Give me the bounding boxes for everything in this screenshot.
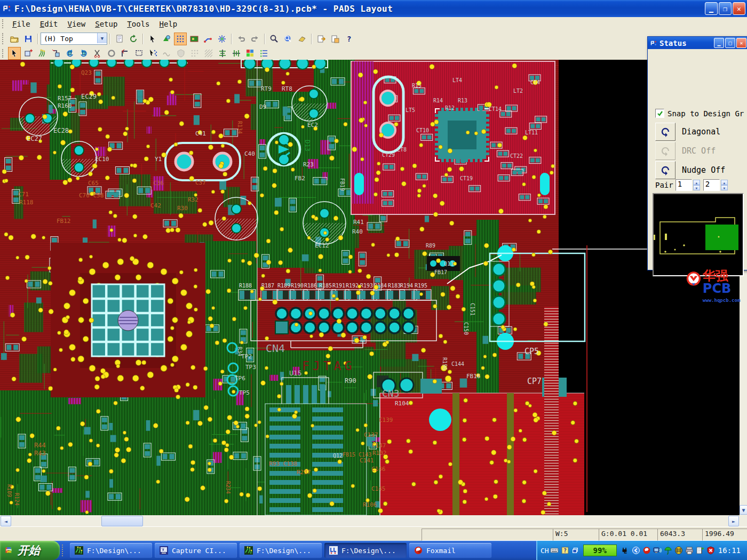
battery-indicator[interactable]: 99%	[583, 545, 617, 556]
svg-text:C65: C65	[88, 180, 99, 187]
svg-text:EC12: EC12	[315, 242, 329, 249]
scroll-right-button[interactable]: ►	[728, 516, 739, 526]
scroll-left-button[interactable]: ◄	[1, 516, 11, 526]
align-v-icon[interactable]	[216, 47, 229, 60]
security-alert-icon[interactable]	[706, 546, 715, 555]
list-view-icon[interactable]	[258, 47, 271, 60]
language-help-icon[interactable]: ?	[561, 546, 569, 555]
cut-traces-icon[interactable]	[91, 47, 104, 60]
svg-text:C147: C147	[372, 442, 386, 449]
menu-file[interactable]: File	[7, 19, 35, 29]
autoroute-icon[interactable]	[216, 33, 228, 45]
umbrella-antivirus-icon[interactable]	[664, 546, 672, 555]
diagonal-toggle-button[interactable]	[655, 123, 676, 141]
rotate-cw-icon[interactable]	[77, 47, 90, 60]
taskbar-item-fdesign[interactable]: F:\Design\...	[324, 543, 407, 558]
svg-text:R124: R124	[14, 493, 20, 506]
status-close-button[interactable]: ✕	[736, 38, 746, 48]
hatch-icon	[202, 47, 215, 60]
status-floating-window[interactable]: Status ▁ □ ✕ Snap to Design Gr Diagonal …	[647, 36, 747, 270]
select-rect-icon[interactable]	[133, 47, 146, 60]
redo-icon[interactable]	[249, 33, 261, 45]
refresh-icon[interactable]	[127, 33, 140, 45]
close-button[interactable]: ✕	[733, 2, 745, 15]
horizontal-scrollbar[interactable]: ◄ ►	[0, 515, 747, 526]
pair1-input[interactable]: 1	[676, 179, 692, 191]
status-maximize-button[interactable]: □	[725, 38, 735, 48]
nudge-toggle-button[interactable]	[655, 161, 676, 179]
menu-help[interactable]: Help	[155, 19, 182, 29]
taskbar-clock[interactable]: 16:11	[718, 546, 741, 555]
minimize-button[interactable]: ▁	[705, 2, 718, 15]
pair2-down-arrow[interactable]: ▼	[721, 185, 728, 190]
menu-tools[interactable]: Tools	[122, 19, 154, 29]
pick-corner-icon[interactable]	[119, 47, 132, 60]
cursor-icon[interactable]	[146, 33, 159, 45]
language-indicator[interactable]: CH	[541, 547, 549, 555]
status-window-titlebar[interactable]: Status ▁ □ ✕	[648, 37, 747, 49]
open-icon[interactable]	[8, 33, 21, 45]
menu-setup[interactable]: Setup	[90, 19, 122, 29]
shapes-icon[interactable]	[160, 33, 173, 45]
svg-text:Q23: Q23	[81, 69, 92, 76]
firewall-shield-icon[interactable]	[674, 546, 683, 555]
pair2-input[interactable]: 2	[703, 179, 720, 191]
printer-icon[interactable]	[685, 546, 694, 555]
foxmail-tray-icon[interactable]	[642, 546, 651, 555]
layer-selector-dropdown[interactable]: (H) Top▼	[41, 33, 107, 45]
status-minimize-button[interactable]: ▁	[714, 38, 724, 48]
pads-layout-app: { "win_title": "F:\\Design\\HENA\\DVB-T\…	[0, 0, 747, 560]
scroll-down-button[interactable]: ▼	[740, 505, 747, 515]
pads-doc-icon	[75, 546, 83, 555]
props-icon[interactable]	[113, 33, 126, 45]
select-net-icon[interactable]	[147, 47, 160, 60]
board-icon[interactable]	[188, 33, 201, 45]
taskbar-item-fdesign[interactable]: F:\Design\...	[240, 543, 322, 558]
keyboard-icon[interactable]	[550, 546, 559, 555]
menu-edit[interactable]: Edit	[35, 19, 63, 29]
svg-text:RT9: RT9	[261, 85, 272, 92]
start-button[interactable]: 开始	[0, 541, 60, 560]
circle-tool-icon[interactable]	[105, 47, 118, 60]
corner-move-icon[interactable]	[50, 47, 62, 60]
import-icon[interactable]	[329, 33, 341, 45]
cursor-icon[interactable]	[8, 47, 21, 60]
hscroll-thumb[interactable]	[101, 516, 143, 526]
zoom-icon[interactable]	[268, 33, 281, 45]
save-icon[interactable]	[22, 33, 35, 45]
eraser-icon[interactable]	[296, 33, 308, 45]
rotate-ccw-icon[interactable]	[63, 47, 76, 60]
toolbar-design	[0, 47, 747, 60]
align-h-icon[interactable]	[230, 47, 243, 60]
menu-view[interactable]: View	[62, 19, 90, 29]
route-icon[interactable]	[202, 33, 214, 45]
export-icon[interactable]	[315, 33, 328, 45]
pair1-down-arrow[interactable]: ▼	[693, 185, 700, 190]
taskbar-item-captureci[interactable]: Capture CI...	[155, 543, 237, 558]
dropdown-arrow-icon[interactable]: ▼	[97, 33, 107, 43]
taskbar-item-foxmail[interactable]: Foxmail	[409, 543, 491, 558]
traces-icon[interactable]	[36, 47, 49, 60]
snap-checkbox[interactable]	[655, 109, 664, 118]
pair2-spinner[interactable]: ▲▼	[721, 180, 728, 190]
add-box-icon[interactable]	[22, 47, 35, 60]
title-bar[interactable]: F:\Design\HENA\DVB-T\CHEERTEK\DR78310\HD…	[0, 0, 747, 17]
network-file-icon[interactable]	[696, 546, 704, 555]
undo-icon[interactable]	[235, 33, 248, 45]
pair1-up-arrow[interactable]: ▲	[693, 180, 700, 185]
taskbar-item-fdesign[interactable]: F:\Design\...	[70, 543, 152, 558]
power-plug-icon[interactable]	[621, 546, 630, 555]
language-restore-icon[interactable]	[571, 547, 579, 554]
help-icon[interactable]: ?	[343, 33, 355, 45]
pair1-spinner[interactable]: ▲▼	[693, 180, 700, 190]
monitor-icon[interactable]	[653, 546, 662, 555]
snap-to-grid-row[interactable]: Snap to Design Gr	[655, 109, 744, 118]
pcb-canvas[interactable]: R188R187R189R190R186R185R191R192R193R184…	[0, 60, 747, 515]
layer-colors-icon[interactable]	[244, 47, 257, 60]
grid-icon[interactable]	[174, 33, 187, 45]
zoom-select-icon[interactable]	[282, 33, 295, 45]
board-preview-panel[interactable]	[653, 193, 744, 276]
restore-button[interactable]: ❐	[719, 2, 732, 15]
collapse-chevron-icon[interactable]	[632, 546, 640, 555]
pair2-up-arrow[interactable]: ▲	[721, 180, 728, 185]
